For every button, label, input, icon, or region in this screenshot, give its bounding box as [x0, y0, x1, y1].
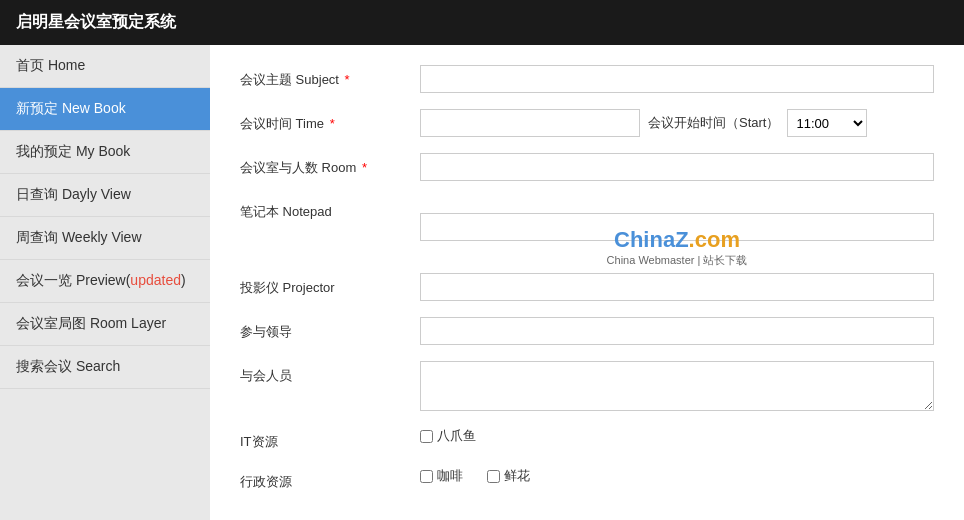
- main-layout: 首页 Home 新预定 New Book 我的预定 My Book 日查询 Da…: [0, 45, 964, 520]
- it-checkbox-octopus[interactable]: [420, 430, 433, 443]
- leader-input[interactable]: [420, 317, 934, 345]
- time-field: 2015-04-22 会议开始时间（Start） 11:00 08:00 08:…: [420, 109, 934, 137]
- leader-field: [420, 317, 934, 345]
- sidebar-item-home[interactable]: 首页 Home: [0, 45, 210, 88]
- sidebar-item-weekly-view[interactable]: 周查询 Weekly View: [0, 217, 210, 260]
- subject-field: [420, 65, 934, 93]
- attendees-label: 与会人员: [240, 361, 420, 385]
- sidebar-item-preview[interactable]: 会议一览 Preview(updated): [0, 260, 210, 303]
- admin-resources-row: 行政资源 咖啡 鲜花: [240, 467, 934, 491]
- room-label: 会议室与人数 Room *: [240, 153, 420, 177]
- projector-label: 投影仪 Projector: [240, 273, 420, 297]
- notepad-row: 笔记本 Notepad ChinaZ.com China Webmaster |…: [240, 197, 934, 257]
- time-required: *: [330, 116, 335, 131]
- main-content: 会议主题 Subject * 会议时间 Time * 2015-04-22 会议…: [210, 45, 964, 520]
- time-row: 会议时间 Time * 2015-04-22 会议开始时间（Start） 11:…: [240, 109, 934, 137]
- admin-resources-field: 咖啡 鲜花: [420, 467, 934, 485]
- sidebar: 首页 Home 新预定 New Book 我的预定 My Book 日查询 Da…: [0, 45, 210, 520]
- sidebar-item-daily-view[interactable]: 日查询 Dayly View: [0, 174, 210, 217]
- it-resources-field: 八爪鱼: [420, 427, 934, 445]
- sidebar-item-my-book[interactable]: 我的预定 My Book: [0, 131, 210, 174]
- subject-required: *: [345, 72, 350, 87]
- admin-checkbox-coffee-label[interactable]: 咖啡: [420, 467, 463, 485]
- subject-label: 会议主题 Subject *: [240, 65, 420, 89]
- projector-field: [420, 273, 934, 301]
- room-input[interactable]: [420, 153, 934, 181]
- date-input[interactable]: 2015-04-22: [420, 109, 640, 137]
- time-label: 会议时间 Time *: [240, 109, 420, 133]
- notepad-field: ChinaZ.com China Webmaster | 站长下载: [420, 197, 934, 257]
- admin-checkbox-flower-label[interactable]: 鲜花: [487, 467, 530, 485]
- room-field: [420, 153, 934, 181]
- notepad-label: 笔记本 Notepad: [240, 197, 420, 221]
- leader-row: 参与领导: [240, 317, 934, 345]
- it-checkbox-label[interactable]: 八爪鱼: [420, 427, 476, 445]
- sidebar-item-room-layer[interactable]: 会议室局图 Room Layer: [0, 303, 210, 346]
- sidebar-item-new-book[interactable]: 新预定 New Book: [0, 88, 210, 131]
- attendees-field: [420, 361, 934, 411]
- watermark-sub: China Webmaster | 站长下载: [420, 253, 934, 268]
- attendees-input[interactable]: [420, 361, 934, 411]
- room-required: *: [362, 160, 367, 175]
- it-resources-label: IT资源: [240, 427, 420, 451]
- projector-row: 投影仪 Projector: [240, 273, 934, 301]
- sidebar-item-search[interactable]: 搜索会议 Search: [0, 346, 210, 389]
- notepad-input[interactable]: [420, 213, 934, 241]
- projector-input[interactable]: [420, 273, 934, 301]
- start-time-label: 会议开始时间（Start）: [648, 114, 779, 132]
- app-title: 启明星会议室预定系统: [16, 13, 176, 30]
- it-resources-row: IT资源 八爪鱼: [240, 427, 934, 451]
- updated-badge: updated: [130, 272, 181, 288]
- subject-row: 会议主题 Subject *: [240, 65, 934, 93]
- admin-checkbox-flower[interactable]: [487, 470, 500, 483]
- attendees-row: 与会人员: [240, 361, 934, 411]
- room-row: 会议室与人数 Room *: [240, 153, 934, 181]
- admin-resources-label: 行政资源: [240, 467, 420, 491]
- leader-label: 参与领导: [240, 317, 420, 341]
- subject-input[interactable]: [420, 65, 934, 93]
- start-time-select[interactable]: 11:00 08:00 08:30 09:00 09:30 10:00 10:3…: [787, 109, 867, 137]
- admin-checkbox-coffee[interactable]: [420, 470, 433, 483]
- app-header: 启明星会议室预定系统: [0, 0, 964, 45]
